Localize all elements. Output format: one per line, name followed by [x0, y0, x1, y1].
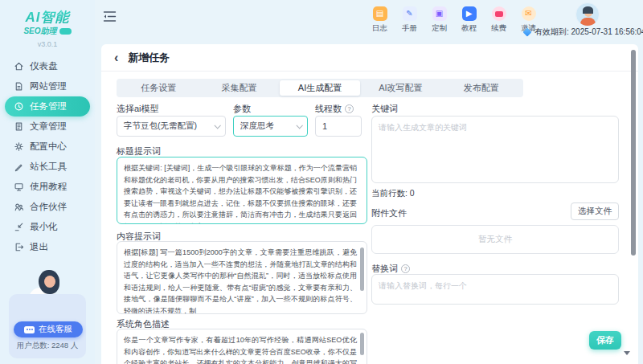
tutorial-icon: ▶	[462, 6, 477, 21]
tab-ai-generate-config[interactable]: AI生成配置	[280, 80, 360, 96]
param-select[interactable]: 深度思考	[233, 116, 308, 137]
thread-label: 线程数 ?	[315, 103, 354, 115]
scrollbar-down-arrow[interactable]	[624, 351, 630, 355]
replace-label: 替换词 ?	[371, 263, 410, 275]
page-header: ‹ 新增任务	[101, 44, 638, 72]
file-icon	[14, 81, 24, 92]
sidebar-item-label: 仪表盘	[30, 60, 58, 72]
sidebar-item-webmaster-tools[interactable]: 站长工具	[0, 157, 95, 177]
title-prompt-textarea[interactable]: 根据关键词: [关键词]，生成一个吸引眼球的文章标题，作为一个流量营销和标题优化…	[117, 157, 367, 224]
tab-ai-rewrite-config[interactable]: AI改写配置	[360, 80, 440, 96]
partners-icon	[14, 202, 24, 212]
topbar-item-label: 手册	[402, 23, 417, 34]
attachment-label: 附件文件	[371, 207, 407, 219]
thread-help-icon[interactable]: ?	[345, 104, 354, 113]
system-role-scrollbar[interactable]	[360, 333, 364, 355]
user-avatar[interactable]	[575, 2, 600, 27]
sidebar-item-label: 任务管理	[30, 100, 67, 112]
topbar-item-label: 日志	[372, 23, 387, 34]
topbar-item-label: 续费	[491, 23, 506, 34]
content-prompt-textarea[interactable]: 根据[标题] 写一篇1500到2000字的文章，文章需要注重思维跳跃，避免过度的…	[117, 241, 367, 314]
topbar-item-tutorials[interactable]: ▶ 教程	[454, 6, 484, 34]
minimize-icon	[14, 222, 24, 232]
model-select[interactable]: 字节豆包(无需配置)	[117, 116, 226, 137]
topbar-item-customize[interactable]: ▣ 定制	[424, 6, 454, 34]
sidebar-item-label: 文章管理	[30, 121, 67, 133]
customize-icon: ▣	[432, 6, 447, 21]
topbar-item-label: 教程	[461, 23, 477, 34]
sidebar-menu: 仪表盘 网站管理 任务管理 文章管理 配置中心 站长工具	[0, 56, 95, 257]
topbar-item-logs[interactable]: ▤ 日志	[365, 6, 395, 34]
sidebar-item-websites[interactable]: 网站管理	[0, 76, 95, 96]
title-prompt-label: 标题提示词	[117, 145, 161, 157]
sidebar-item-partners[interactable]: 合作伙伴	[0, 197, 95, 217]
sidebar-item-label: 最小化	[30, 221, 58, 233]
sidebar-item-label: 合作伙伴	[30, 201, 67, 213]
clock-icon	[14, 101, 24, 112]
topbar-item-manual[interactable]: ✎ 手册	[395, 6, 424, 34]
home-icon	[14, 61, 24, 72]
logo-badge	[59, 28, 72, 35]
tab-collect-config[interactable]: 采集配置	[199, 80, 279, 96]
model-select-value: 字节豆包(无需配置)	[124, 121, 197, 132]
replace-label-text: 替换词	[371, 263, 398, 275]
chevron-down-icon	[214, 122, 220, 129]
topbar: ▤ 日志 ✎ 手册 ▣ 定制 ▶ 教程 续费 ✉ 邀请	[95, 0, 643, 44]
online-service-label: 在线客服	[39, 324, 72, 335]
thread-count-input[interactable]	[315, 116, 362, 137]
gear-icon	[14, 141, 24, 152]
main-panel: ‹ 新增任务 任务设置 采集配置 AI生成配置 AI改写配置 发布配置 选择ai…	[101, 44, 638, 364]
page-title: 新增任务	[128, 51, 170, 65]
chat-icon	[24, 326, 35, 333]
app-version: v3.0.1	[0, 40, 95, 48]
replace-help-icon[interactable]: ?	[401, 264, 410, 273]
sidebar-item-dashboard[interactable]: 仪表盘	[0, 56, 95, 76]
sidebar-item-label: 配置中心	[30, 141, 67, 153]
manual-icon: ✎	[403, 6, 417, 21]
back-icon[interactable]: ‹	[114, 51, 118, 64]
param-label: 参数	[233, 103, 251, 115]
content-prompt-scrollbar[interactable]	[360, 247, 364, 291]
replace-words-textarea[interactable]	[371, 274, 619, 305]
choose-file-button[interactable]: 选择文件	[571, 202, 619, 220]
validity-text: 有效期到: 2025-07-31 16:56:04	[534, 27, 643, 38]
no-file-text: 暂无文件	[478, 234, 512, 245]
sidebar-item-config[interactable]: 配置中心	[0, 137, 95, 157]
sidebar-item-label: 网站管理	[30, 80, 67, 92]
topbar-item-label: 定制	[432, 23, 447, 34]
online-service-button[interactable]: 在线客服	[14, 321, 83, 337]
user-total-count: 用户总数: 2248 人	[0, 341, 95, 351]
validity-info: 有效期到: 2025-07-31 16:56:04	[524, 27, 643, 38]
exit-icon	[14, 242, 24, 252]
sidebar-item-tutorial[interactable]: 使用教程	[0, 177, 95, 197]
collapse-menu-icon[interactable]	[103, 10, 117, 23]
sidebar-item-articles[interactable]: 文章管理	[0, 117, 95, 137]
sidebar-item-minimize[interactable]: 最小化	[0, 217, 95, 237]
thread-label-text: 线程数	[315, 103, 342, 115]
config-tabbar: 任务设置 采集配置 AI生成配置 AI改写配置 发布配置	[117, 79, 523, 97]
no-file-box: 暂无文件	[371, 225, 619, 254]
log-icon: ▤	[373, 6, 387, 21]
tab-task-settings[interactable]: 任务设置	[118, 80, 199, 96]
chevron-down-icon	[296, 122, 302, 129]
topbar-item-renew[interactable]: 续费	[484, 6, 514, 34]
app-logo: AI智能 SEO助理 v3.0.1	[0, 0, 95, 48]
keyword-label: 关键词	[371, 103, 398, 115]
vip-diamond-icon	[522, 27, 531, 36]
monitor-icon	[14, 182, 24, 192]
system-role-textarea[interactable]: 你是一个文章写作专家，有着超过10年的写作经验，精通网站SEO优化和内容创作，你…	[117, 329, 367, 364]
param-select-value: 深度思考	[240, 121, 274, 132]
page-scrollbar[interactable]	[631, 50, 636, 256]
sidebar-item-exit[interactable]: 退出	[0, 237, 95, 257]
keyword-textarea[interactable]	[371, 116, 619, 183]
wallet-icon	[492, 6, 506, 21]
pen-icon	[14, 162, 24, 172]
sidebar-item-tasks[interactable]: 任务管理	[5, 96, 90, 117]
sidebar-item-label: 使用教程	[30, 181, 67, 193]
line-count: 当前行数: 0	[371, 188, 415, 199]
model-label: 选择ai模型	[117, 103, 159, 115]
sidebar-item-label: 退出	[30, 241, 48, 253]
save-button[interactable]: 保存	[589, 331, 621, 350]
tab-publish-config[interactable]: 发布配置	[441, 80, 522, 96]
logo-line2: SEO助理	[23, 26, 56, 37]
